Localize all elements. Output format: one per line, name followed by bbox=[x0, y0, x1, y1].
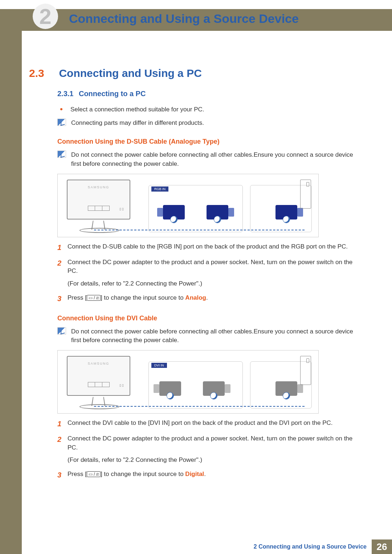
step-text: Connect the D-SUB cable to the [RGB IN] … bbox=[68, 242, 359, 253]
monitor-brand: SAMSUNG bbox=[68, 362, 130, 365]
dsub-diagram: SAMSUNG ▯▯ RGB IN bbox=[57, 174, 319, 237]
dvi-note-text: Do not connect the power cable before co… bbox=[71, 327, 359, 345]
step3-source-name: Analog bbox=[185, 294, 206, 301]
chapter-title: Connecting and Using a Source Device bbox=[69, 12, 299, 26]
subsection-title: Connecting to a PC bbox=[79, 90, 146, 98]
page-footer: 2 Connecting and Using a Source Device 2… bbox=[22, 539, 392, 554]
monitor-outline: SAMSUNG ▯▯ bbox=[67, 356, 130, 396]
chapter-number-bubble: 2 bbox=[33, 4, 58, 29]
step-number: 3 bbox=[57, 470, 68, 480]
chapter-number: 2 bbox=[39, 4, 51, 29]
monitor-ports bbox=[88, 206, 110, 211]
intro-note-row: Connecting parts may differ in different… bbox=[57, 119, 359, 128]
note-icon bbox=[57, 119, 66, 126]
dsub-heading: Connection Using the D-SUB Cable (Analog… bbox=[57, 137, 359, 146]
side-accent-bar bbox=[0, 9, 22, 554]
footer-page-number: 26 bbox=[372, 539, 392, 554]
step-text: Connect the DC power adapter to the prod… bbox=[68, 434, 359, 452]
dsub-step-2-detail: (For details, refer to "2.2 Connecting t… bbox=[68, 279, 359, 288]
dvi-step-2-detail: (For details, refer to "2.2 Connecting t… bbox=[68, 456, 359, 465]
dvi-heading: Connection Using the DVI Cable bbox=[57, 313, 359, 323]
pc-tower-icon bbox=[300, 180, 311, 209]
subsection-heading: 2.3.1 Connecting to a PC bbox=[57, 90, 359, 98]
cable-line bbox=[94, 406, 305, 407]
pc-tower-icon bbox=[300, 356, 311, 385]
monitor-base bbox=[79, 228, 119, 233]
rgb-port-label: RGB IN bbox=[151, 186, 168, 192]
note-icon bbox=[57, 327, 66, 335]
dvi-note-row: Do not connect the power cable before co… bbox=[57, 327, 359, 345]
dsub-step-2: 2 Connect the DC power adapter to the pr… bbox=[57, 258, 359, 276]
subsection-number: 2.3.1 bbox=[57, 90, 73, 98]
source-button-icon: ▭ / ⎚ bbox=[87, 471, 101, 477]
step-number: 2 bbox=[57, 434, 68, 452]
monitor-buttons-icon: ▯▯ bbox=[119, 383, 124, 387]
step3-post: . bbox=[206, 294, 208, 301]
dvi-step-3: 3 Press [▭ / ⎚] to change the input sour… bbox=[57, 470, 359, 480]
dvi-port-label: DVI IN bbox=[151, 363, 167, 368]
dvi-step-2: 2 Connect the DC power adapter to the pr… bbox=[57, 434, 359, 452]
intro-bullet-text: Select a connection method suitable for … bbox=[70, 105, 204, 114]
footer-chapter-text: 2 Connecting and Using a Source Device bbox=[254, 543, 367, 550]
step-text: Connect the DC power adapter to the prod… bbox=[68, 258, 359, 276]
dvi-diagram: SAMSUNG ▯▯ DVI IN bbox=[57, 350, 319, 414]
dsub-note-text: Do not connect the power cable before co… bbox=[71, 151, 359, 168]
intro-bullet-row: Select a connection method suitable for … bbox=[57, 105, 359, 114]
monitor-buttons-icon: ▯▯ bbox=[119, 207, 124, 211]
note-icon bbox=[57, 151, 66, 158]
step-number: 1 bbox=[57, 242, 68, 253]
monitor-ports bbox=[88, 382, 110, 387]
step3-pre: Press [ bbox=[68, 471, 87, 477]
step-number: 1 bbox=[57, 419, 68, 429]
section-title: Connecting and Using a PC bbox=[59, 67, 201, 79]
step-text: Connect the DVI cable to the [DVI IN] po… bbox=[68, 419, 359, 429]
step3-mid: ] to change the input source to bbox=[101, 294, 185, 301]
intro-note-text: Connecting parts may differ in different… bbox=[71, 119, 359, 128]
step3-post: . bbox=[204, 471, 206, 477]
dvi-step-1: 1 Connect the DVI cable to the [DVI IN] … bbox=[57, 419, 359, 429]
section-number: 2.3 bbox=[29, 67, 57, 79]
step-text: Press [▭ / ⎚] to change the input source… bbox=[68, 294, 359, 304]
page-content: 2.3 Connecting and Using a PC 2.3.1 Conn… bbox=[29, 67, 359, 480]
cable-line bbox=[94, 230, 305, 230]
step3-mid: ] to change the input source to bbox=[101, 471, 185, 477]
bullet-icon bbox=[60, 108, 62, 110]
dsub-step-1: 1 Connect the D-SUB cable to the [RGB IN… bbox=[57, 242, 359, 253]
monitor-brand: SAMSUNG bbox=[68, 185, 130, 189]
section-heading: 2.3 Connecting and Using a PC bbox=[29, 67, 359, 79]
step3-pre: Press [ bbox=[68, 294, 87, 301]
step3-source-name: Digital bbox=[185, 471, 204, 477]
monitor-base bbox=[79, 404, 119, 409]
dsub-note-row: Do not connect the power cable before co… bbox=[57, 151, 359, 168]
source-button-icon: ▭ / ⎚ bbox=[87, 295, 101, 301]
step-number: 2 bbox=[57, 258, 68, 276]
step-number: 3 bbox=[57, 294, 68, 304]
step-text: Press [▭ / ⎚] to change the input source… bbox=[68, 470, 359, 480]
monitor-outline: SAMSUNG ▯▯ bbox=[67, 180, 130, 219]
dsub-step-3: 3 Press [▭ / ⎚] to change the input sour… bbox=[57, 294, 359, 304]
